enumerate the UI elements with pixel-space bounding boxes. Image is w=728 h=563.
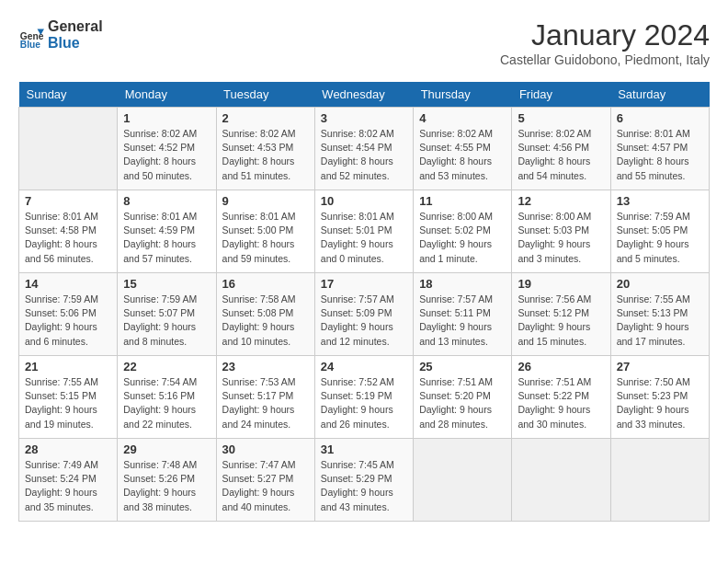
day-number: 26 bbox=[518, 360, 604, 373]
day-of-week-header: Thursday bbox=[414, 82, 512, 108]
calendar-cell bbox=[610, 439, 709, 522]
calendar-cell: 11Sunrise: 8:00 AMSunset: 5:02 PMDayligh… bbox=[414, 190, 512, 273]
calendar-cell: 27Sunrise: 7:50 AMSunset: 5:23 PMDayligh… bbox=[610, 356, 709, 439]
calendar-cell: 17Sunrise: 7:57 AMSunset: 5:09 PMDayligh… bbox=[314, 273, 413, 356]
day-number: 1 bbox=[123, 111, 210, 125]
day-info: Sunrise: 7:58 AMSunset: 5:08 PMDaylight:… bbox=[222, 293, 309, 349]
calendar-cell bbox=[512, 439, 610, 522]
calendar-cell: 29Sunrise: 7:48 AMSunset: 5:26 PMDayligh… bbox=[118, 439, 216, 522]
month-title: January 2024 bbox=[500, 18, 710, 52]
calendar-cell: 26Sunrise: 7:51 AMSunset: 5:22 PMDayligh… bbox=[512, 356, 610, 439]
calendar-cell: 12Sunrise: 8:00 AMSunset: 5:03 PMDayligh… bbox=[512, 190, 610, 273]
day-number: 31 bbox=[321, 442, 407, 456]
calendar-cell: 20Sunrise: 7:55 AMSunset: 5:13 PMDayligh… bbox=[610, 273, 709, 356]
day-number: 28 bbox=[25, 442, 111, 456]
calendar-cell: 3Sunrise: 8:02 AMSunset: 4:54 PMDaylight… bbox=[314, 108, 413, 190]
day-info: Sunrise: 8:02 AMSunset: 4:54 PMDaylight:… bbox=[321, 127, 407, 183]
day-number: 6 bbox=[617, 111, 703, 125]
calendar-cell: 6Sunrise: 8:01 AMSunset: 4:57 PMDaylight… bbox=[610, 108, 709, 190]
day-info: Sunrise: 7:52 AMSunset: 5:19 PMDaylight:… bbox=[321, 375, 407, 431]
day-info: Sunrise: 8:01 AMSunset: 4:57 PMDaylight:… bbox=[617, 127, 703, 183]
day-info: Sunrise: 8:01 AMSunset: 4:59 PMDaylight:… bbox=[123, 210, 210, 266]
day-of-week-header: Friday bbox=[512, 82, 610, 108]
calendar-cell: 21Sunrise: 7:55 AMSunset: 5:15 PMDayligh… bbox=[19, 356, 118, 439]
day-number: 5 bbox=[518, 111, 604, 125]
day-info: Sunrise: 7:56 AMSunset: 5:12 PMDaylight:… bbox=[518, 293, 604, 349]
day-number: 15 bbox=[123, 277, 210, 291]
calendar-cell: 15Sunrise: 7:59 AMSunset: 5:07 PMDayligh… bbox=[118, 273, 216, 356]
day-number: 12 bbox=[518, 194, 604, 208]
logo-blue: Blue bbox=[48, 35, 103, 52]
day-info: Sunrise: 7:59 AMSunset: 5:07 PMDaylight:… bbox=[123, 293, 210, 349]
calendar-cell: 24Sunrise: 7:52 AMSunset: 5:19 PMDayligh… bbox=[314, 356, 413, 439]
day-number: 8 bbox=[123, 194, 210, 208]
day-info: Sunrise: 8:01 AMSunset: 4:58 PMDaylight:… bbox=[25, 210, 111, 266]
page-header: General Blue General Blue January 2024 C… bbox=[18, 18, 710, 67]
day-info: Sunrise: 7:59 AMSunset: 5:06 PMDaylight:… bbox=[25, 293, 111, 349]
day-number: 17 bbox=[321, 277, 407, 291]
calendar-cell: 25Sunrise: 7:51 AMSunset: 5:20 PMDayligh… bbox=[414, 356, 512, 439]
calendar-cell bbox=[414, 439, 512, 522]
day-info: Sunrise: 8:00 AMSunset: 5:02 PMDaylight:… bbox=[419, 210, 506, 266]
calendar-cell: 19Sunrise: 7:56 AMSunset: 5:12 PMDayligh… bbox=[512, 273, 610, 356]
day-info: Sunrise: 7:50 AMSunset: 5:23 PMDaylight:… bbox=[617, 375, 703, 431]
day-number: 9 bbox=[222, 194, 309, 208]
day-number: 7 bbox=[25, 194, 111, 208]
day-number: 14 bbox=[25, 277, 111, 291]
day-of-week-header: Monday bbox=[118, 82, 216, 108]
day-number: 27 bbox=[617, 360, 703, 373]
day-info: Sunrise: 8:02 AMSunset: 4:52 PMDaylight:… bbox=[123, 127, 210, 183]
svg-text:Blue: Blue bbox=[20, 40, 41, 48]
day-number: 21 bbox=[25, 360, 111, 373]
title-block: January 2024 Castellar Guidobono, Piedmo… bbox=[500, 18, 710, 67]
day-number: 11 bbox=[419, 194, 506, 208]
day-number: 16 bbox=[222, 277, 309, 291]
day-of-week-header: Saturday bbox=[610, 82, 709, 108]
day-number: 22 bbox=[123, 360, 210, 373]
day-number: 20 bbox=[617, 277, 703, 291]
calendar-cell: 9Sunrise: 8:01 AMSunset: 5:00 PMDaylight… bbox=[216, 190, 314, 273]
location-subtitle: Castellar Guidobono, Piedmont, Italy bbox=[500, 52, 710, 67]
calendar-cell bbox=[19, 108, 118, 190]
day-info: Sunrise: 8:01 AMSunset: 5:00 PMDaylight:… bbox=[222, 210, 309, 266]
calendar-table: SundayMondayTuesdayWednesdayThursdayFrid… bbox=[18, 82, 710, 522]
day-info: Sunrise: 7:45 AMSunset: 5:29 PMDaylight:… bbox=[321, 458, 407, 514]
day-number: 24 bbox=[321, 360, 407, 373]
calendar-cell: 5Sunrise: 8:02 AMSunset: 4:56 PMDaylight… bbox=[512, 108, 610, 190]
day-info: Sunrise: 7:54 AMSunset: 5:16 PMDaylight:… bbox=[123, 375, 210, 431]
calendar-cell: 10Sunrise: 8:01 AMSunset: 5:01 PMDayligh… bbox=[314, 190, 413, 273]
calendar-cell: 14Sunrise: 7:59 AMSunset: 5:06 PMDayligh… bbox=[19, 273, 118, 356]
day-number: 18 bbox=[419, 277, 506, 291]
day-info: Sunrise: 8:01 AMSunset: 5:01 PMDaylight:… bbox=[321, 210, 407, 266]
calendar-cell: 22Sunrise: 7:54 AMSunset: 5:16 PMDayligh… bbox=[118, 356, 216, 439]
day-info: Sunrise: 8:02 AMSunset: 4:55 PMDaylight:… bbox=[419, 127, 506, 183]
calendar-cell: 31Sunrise: 7:45 AMSunset: 5:29 PMDayligh… bbox=[314, 439, 413, 522]
day-of-week-header: Tuesday bbox=[216, 82, 314, 108]
day-number: 4 bbox=[419, 111, 506, 125]
day-info: Sunrise: 7:51 AMSunset: 5:22 PMDaylight:… bbox=[518, 375, 604, 431]
day-info: Sunrise: 7:51 AMSunset: 5:20 PMDaylight:… bbox=[419, 375, 506, 431]
day-info: Sunrise: 7:57 AMSunset: 5:11 PMDaylight:… bbox=[419, 293, 506, 349]
day-number: 10 bbox=[321, 194, 407, 208]
calendar-cell: 13Sunrise: 7:59 AMSunset: 5:05 PMDayligh… bbox=[610, 190, 709, 273]
calendar-cell: 16Sunrise: 7:58 AMSunset: 5:08 PMDayligh… bbox=[216, 273, 314, 356]
day-number: 2 bbox=[222, 111, 309, 125]
day-info: Sunrise: 8:02 AMSunset: 4:56 PMDaylight:… bbox=[518, 127, 604, 183]
calendar-cell: 30Sunrise: 7:47 AMSunset: 5:27 PMDayligh… bbox=[216, 439, 314, 522]
day-number: 29 bbox=[123, 442, 210, 456]
logo-icon: General Blue bbox=[18, 22, 44, 48]
day-number: 25 bbox=[419, 360, 506, 373]
day-of-week-header: Sunday bbox=[19, 82, 118, 108]
calendar-cell: 2Sunrise: 8:02 AMSunset: 4:53 PMDaylight… bbox=[216, 108, 314, 190]
day-of-week-header: Wednesday bbox=[314, 82, 413, 108]
day-info: Sunrise: 8:00 AMSunset: 5:03 PMDaylight:… bbox=[518, 210, 604, 266]
day-info: Sunrise: 7:53 AMSunset: 5:17 PMDaylight:… bbox=[222, 375, 309, 431]
day-info: Sunrise: 7:59 AMSunset: 5:05 PMDaylight:… bbox=[617, 210, 703, 266]
day-info: Sunrise: 7:55 AMSunset: 5:13 PMDaylight:… bbox=[617, 293, 703, 349]
logo: General Blue General Blue bbox=[18, 18, 103, 51]
day-info: Sunrise: 8:02 AMSunset: 4:53 PMDaylight:… bbox=[222, 127, 309, 183]
day-number: 3 bbox=[321, 111, 407, 125]
day-number: 19 bbox=[518, 277, 604, 291]
calendar-cell: 7Sunrise: 8:01 AMSunset: 4:58 PMDaylight… bbox=[19, 190, 118, 273]
day-info: Sunrise: 7:55 AMSunset: 5:15 PMDaylight:… bbox=[25, 375, 111, 431]
